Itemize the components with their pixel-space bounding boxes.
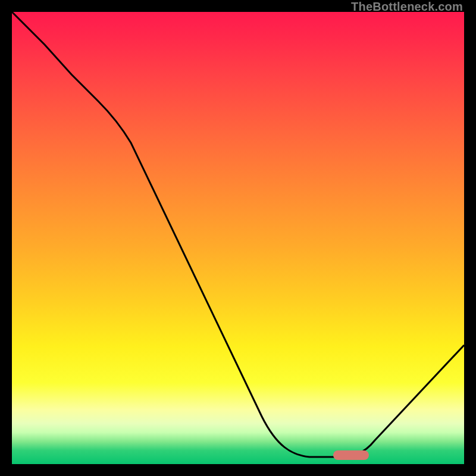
watermark-text: TheBottleneck.com: [351, 0, 463, 14]
plot-area: [12, 12, 464, 464]
bottleneck-curve: [12, 12, 464, 457]
optimal-range-marker: [333, 450, 369, 460]
bottleneck-chart: [12, 12, 464, 464]
